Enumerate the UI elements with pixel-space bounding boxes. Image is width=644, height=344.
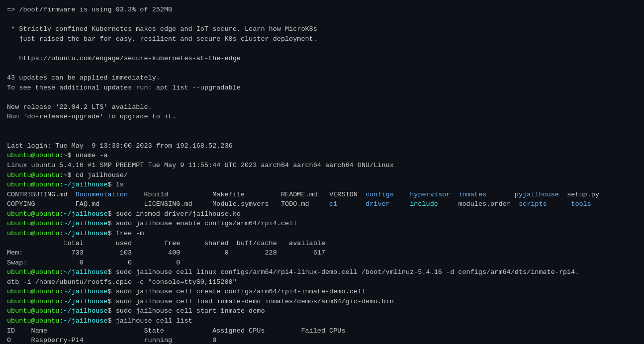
release-line-2: Run 'do-release-upgrade' to upgrade to i… <box>7 112 637 122</box>
cmd-cell-list-text: jailhouse cell list <box>116 317 192 325</box>
cmd-uname-text: uname -a <box>76 152 108 159</box>
prompt-cell-load: ubuntu@ubuntu <box>7 298 59 305</box>
prompt-ls: ubuntu@ubuntu <box>7 181 59 188</box>
ls-module: Module.symvers <box>212 200 281 208</box>
firmware-line: => /boot/firmware is using 93.3% of 252M… <box>7 5 637 15</box>
ls-kbuild: Kbuild <box>144 191 212 198</box>
cmd-insmod-line: ubuntu@ubuntu:~/jailhouse$ sudo insmod d… <box>7 209 637 219</box>
prompt-insmod: ubuntu@ubuntu <box>7 210 59 218</box>
cmd-cell-linux-line: ubuntu@ubuntu:~/jailhouse$ sudo jailhous… <box>7 267 637 277</box>
ls-driver: driver <box>366 200 410 208</box>
cmd-free-text: free -m <box>116 230 144 237</box>
cmd-ls-line: ubuntu@ubuntu:~/jailhouse$ ls <box>7 180 637 190</box>
cmd-cell-linux-wrap: dtb -i /home/ubuntu/rootfs.cpio -c "cons… <box>7 277 637 287</box>
ls-tools: tools <box>571 200 591 208</box>
free-swap: Swap: 0 0 0 <box>7 258 637 268</box>
ls-scripts: scripts <box>519 200 571 208</box>
ls-contributing: CONTRIBUTING.md <box>7 191 76 198</box>
kubernetes-url: https://ubuntu.com/engage/secure-kuberne… <box>7 54 637 64</box>
cmd-cell-load-line: ubuntu@ubuntu:~/jailhouse$ sudo jailhous… <box>7 297 637 307</box>
release-line-1: New release '22.04.2 LTS' available. <box>7 102 637 112</box>
cell-list-header: ID Name State Assigned CPUs Failed CPUs <box>7 326 637 336</box>
prompt-dollar-cell-start: $ <box>108 307 116 315</box>
prompt-sep-cell-create: :~/jailhouse <box>59 288 107 295</box>
ls-pyjailhouse: pyjailhouse <box>515 191 567 198</box>
prompt-enable: ubuntu@ubuntu <box>7 220 59 227</box>
cmd-cell-linux-text: sudo jailhouse cell linux configs/arm64/… <box>116 268 579 276</box>
free-header: total used free shared buff/cache availa… <box>7 239 637 249</box>
ls-include: include <box>410 200 458 208</box>
uname-output: Linux ubuntu 5.4.16 #1 SMP PREEMPT Tue M… <box>7 161 637 171</box>
prompt-dollar-free: $ <box>108 230 116 237</box>
cmd-insmod-text: sudo insmod driver/jailhouse.ko <box>116 210 241 218</box>
prompt-cd: ubuntu@ubuntu <box>7 172 59 179</box>
cmd-ls-text: ls <box>116 181 124 188</box>
prompt-dollar-cell-load: $ <box>108 298 116 305</box>
prompt-cell-linux: ubuntu@ubuntu <box>7 268 59 276</box>
ls-licensing: LICENSING.md <box>144 200 212 208</box>
cmd-cell-start-text: sudo jailhouse cell start inmate-demo <box>116 307 265 315</box>
ls-hypervisor: hypervisor <box>410 191 458 198</box>
prompt-sep-cell-linux: :~/jailhouse <box>59 268 107 276</box>
ls-inmates: inmates <box>458 191 514 198</box>
prompt-sep-enable: :~/jailhouse <box>59 220 107 227</box>
blank-line-3 <box>7 63 637 73</box>
cmd-cd-text: cd jailhouse/ <box>76 172 128 179</box>
last-login: Last login: Tue May 9 13:33:00 2023 from… <box>7 141 637 151</box>
terminal-window: => /boot/firmware is using 93.3% of 252M… <box>0 0 644 344</box>
prompt-sep-cd: :~$ <box>59 172 75 179</box>
ls-documentation: Documentation <box>76 191 144 198</box>
blank-line-2 <box>7 44 637 54</box>
ls-copying: COPYING <box>7 200 76 208</box>
prompt-sep-free: :~/jailhouse <box>59 230 107 237</box>
ls-modules: modules.order <box>458 200 519 208</box>
prompt-dollar-cell-linux: $ <box>108 268 116 276</box>
prompt-sep-cell-load: :~/jailhouse <box>59 298 107 305</box>
prompt-uname: ubuntu@ubuntu <box>7 152 59 159</box>
prompt-sep-cell-start: :~/jailhouse <box>59 307 107 315</box>
prompt-dollar-ls: $ <box>108 181 116 188</box>
updates-line-2: To see these additional updates run: apt… <box>7 83 637 93</box>
cell-row-0: 0 Raspberry-Pi4 running 0 <box>7 336 637 344</box>
prompt-cell-list: ubuntu@ubuntu <box>7 317 59 325</box>
ls-configs: configs <box>366 191 410 198</box>
ls-setup: setup.py <box>567 191 599 198</box>
ls-faq: FAQ.md <box>76 200 144 208</box>
ls-version: VERSION <box>329 191 366 198</box>
prompt-sep-ls: :~/jailhouse <box>59 181 107 188</box>
updates-line-1: 43 updates can be applied immediately. <box>7 73 637 83</box>
prompt-cell-create: ubuntu@ubuntu <box>7 288 59 295</box>
blank-line-6 <box>7 131 637 141</box>
prompt-sep-insmod: :~/jailhouse <box>59 210 107 218</box>
prompt-cell-start: ubuntu@ubuntu <box>7 307 59 315</box>
ls-row-1: CONTRIBUTING.md Documentation Kbuild Mak… <box>7 190 637 200</box>
ls-row-2: COPYING FAQ.md LICENSING.md Module.symve… <box>7 199 637 209</box>
ls-readme: README.md <box>281 191 329 198</box>
prompt-dollar-insmod: $ <box>108 210 116 218</box>
prompt-sep-cell-list: :~/jailhouse <box>59 317 107 325</box>
cmd-cell-load-text: sudo jailhouse cell load inmate-demo inm… <box>116 298 394 305</box>
ls-ci: ci <box>329 200 366 208</box>
blank-line-4 <box>7 92 637 102</box>
prompt-dollar-cell-list: $ <box>108 317 116 325</box>
prompt-dollar-cell-create: $ <box>108 288 116 295</box>
ls-todo: TODO.md <box>281 200 329 208</box>
blank-line-1 <box>7 15 637 25</box>
kubernetes-line-2: just raised the bar for easy, resilient … <box>7 34 637 44</box>
cmd-enable-text: sudo jailhouse enable configs/arm64/rpi4… <box>116 220 297 227</box>
cmd-free-line: ubuntu@ubuntu:~/jailhouse$ free -m <box>7 229 637 239</box>
blank-line-5 <box>7 122 637 132</box>
cmd-cd-line: ubuntu@ubuntu:~$ cd jailhouse/ <box>7 171 637 180</box>
cmd-cell-list-line: ubuntu@ubuntu:~/jailhouse$ jailhouse cel… <box>7 316 637 326</box>
cmd-cell-create-text: sudo jailhouse cell create configs/arm64… <box>116 288 366 295</box>
prompt-sep: :~$ <box>59 152 75 159</box>
prompt-free: ubuntu@ubuntu <box>7 230 59 237</box>
ls-makefile: Makefile <box>212 191 281 198</box>
cmd-cell-start-line: ubuntu@ubuntu:~/jailhouse$ sudo jailhous… <box>7 306 637 316</box>
cmd-cell-create-line: ubuntu@ubuntu:~/jailhouse$ sudo jailhous… <box>7 287 637 297</box>
cmd-uname-line: ubuntu@ubuntu:~$ uname -a <box>7 151 637 161</box>
prompt-dollar-enable: $ <box>108 220 116 227</box>
free-mem: Mem: 733 103 400 0 228 617 <box>7 248 637 258</box>
kubernetes-line-1: * Strictly confined Kubernetes makes edg… <box>7 24 637 34</box>
cmd-enable-line: ubuntu@ubuntu:~/jailhouse$ sudo jailhous… <box>7 219 637 229</box>
